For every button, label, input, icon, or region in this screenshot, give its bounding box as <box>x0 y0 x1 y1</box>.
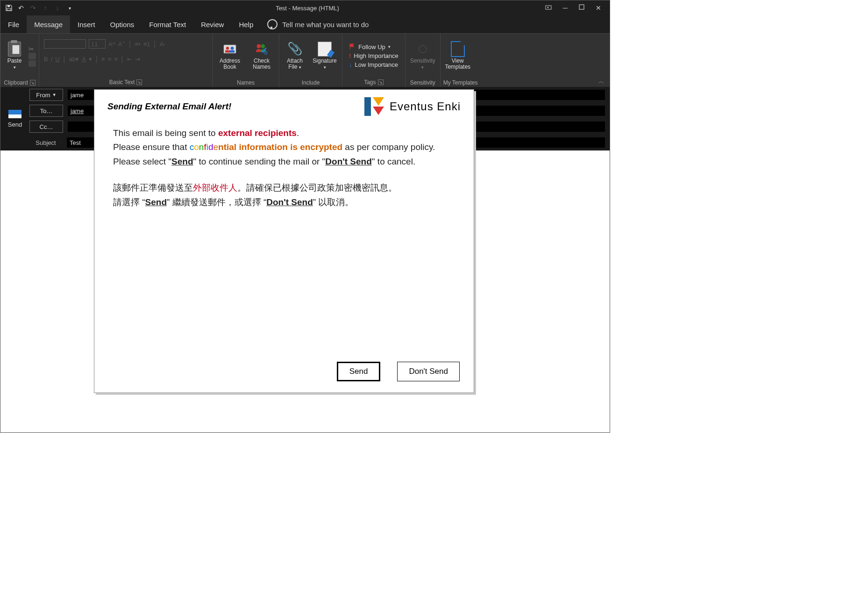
cc-button[interactable]: Cc… <box>29 121 63 133</box>
save-icon[interactable] <box>5 4 13 12</box>
signature-icon <box>318 42 332 57</box>
up-arrow-icon: ↑ <box>42 4 49 12</box>
format-painter-icon[interactable] <box>28 60 36 67</box>
svg-rect-7 <box>225 50 230 52</box>
tab-options[interactable]: Options <box>103 15 142 33</box>
cut-icon[interactable]: ✂ <box>28 45 36 52</box>
svg-rect-8 <box>230 50 235 52</box>
follow-up-button[interactable]: Follow Up ▾ <box>349 43 398 50</box>
minimize-icon[interactable]: ─ <box>563 4 568 12</box>
template-icon <box>451 41 465 57</box>
paperclip-icon: 📎 <box>288 42 302 56</box>
dialog-title: Sending External Email Alert! <box>107 101 231 112</box>
to-button[interactable]: To… <box>29 105 63 117</box>
basic-text-launcher-icon[interactable]: ↘ <box>136 79 142 85</box>
clipboard-group-label: Clipboard <box>4 79 28 86</box>
clipboard-launcher-icon[interactable]: ↘ <box>30 80 36 86</box>
address-book-icon <box>223 42 237 56</box>
lightbulb-icon <box>267 19 277 29</box>
brand-name: Eventus Enki <box>390 100 461 113</box>
dialog-dont-send-button[interactable]: Don't Send <box>397 362 460 381</box>
group-basic-text: 11 A^A˅│ ≡•≡1│A◦ BIU│ ab▾A▾│ ≡≡≡│ ⇤⇥ Bas… <box>39 34 213 87</box>
send-button[interactable]: Send <box>0 87 29 150</box>
sensitivity-group-label: Sensitivity <box>406 79 440 87</box>
svg-rect-3 <box>579 5 584 9</box>
paste-button[interactable]: Paste▾ <box>3 36 26 77</box>
sensitivity-button[interactable]: Sensitivity▾ <box>408 36 437 77</box>
from-button[interactable]: From ▼ <box>29 89 63 101</box>
names-group-label: Names <box>213 79 279 87</box>
dialog-line-3: Please select "Send" to continue sending… <box>113 155 455 169</box>
outlook-compose-window: ↶ ↷ ↑ ↓ ▾ Test - Message (HTML) ─ ✕ File… <box>0 0 610 433</box>
quick-access-toolbar: ↶ ↷ ↑ ↓ ▾ <box>0 4 78 12</box>
maximize-icon[interactable] <box>579 4 584 12</box>
redo-icon: ↷ <box>29 4 37 12</box>
font-row: 11 A^A˅│ ≡•≡1│A◦ <box>44 37 166 50</box>
tab-help[interactable]: Help <box>231 15 261 33</box>
group-tags: Follow Up ▾ ! High Importance ↓ Low Impo… <box>342 34 406 87</box>
svg-rect-0 <box>7 5 10 7</box>
undo-icon[interactable]: ↶ <box>17 4 25 12</box>
tell-me-label: Tell me what you want to do <box>282 21 369 29</box>
window-title: Test - Message (HTML) <box>78 5 537 12</box>
ribbon: Paste▾ ✂ Clipboard ↘ 11 A^A˅│ ≡•≡1│A◦ <box>0 33 610 87</box>
signature-button[interactable]: Signature▾ <box>310 36 339 77</box>
tab-format-text[interactable]: Format Text <box>142 15 193 33</box>
group-include: 📎 Attach File ▾ Signature▾ Include <box>279 34 342 87</box>
group-my-templates: View Templates My Templates <box>441 34 481 87</box>
send-label: Send <box>8 121 22 128</box>
tab-insert[interactable]: Insert <box>70 15 103 33</box>
title-bar: ↶ ↷ ↑ ↓ ▾ Test - Message (HTML) ─ ✕ <box>0 0 610 15</box>
ribbon-display-icon[interactable] <box>545 4 552 12</box>
qat-customize-icon[interactable]: ▾ <box>66 4 73 12</box>
view-templates-button[interactable]: View Templates <box>443 36 472 77</box>
dialog-line-1: This email is being sent to external rec… <box>113 126 455 140</box>
group-sensitivity: Sensitivity▾ Sensitivity <box>406 34 441 87</box>
tab-review[interactable]: Review <box>193 15 231 33</box>
copy-icon[interactable] <box>28 53 36 59</box>
paste-icon <box>8 42 21 57</box>
subject-label: Subject <box>29 139 62 146</box>
ribbon-tabs: File Message Insert Options Format Text … <box>0 15 610 33</box>
exclamation-icon: ! <box>349 52 351 59</box>
group-names: Address Book @ Check Names Names <box>213 34 279 87</box>
tab-message[interactable]: Message <box>27 15 70 33</box>
check-names-button[interactable]: @ Check Names <box>247 36 276 77</box>
tab-file[interactable]: File <box>0 15 27 33</box>
down-arrow-icon: ↓ <box>54 4 61 12</box>
dialog-body: This email is being sent to external rec… <box>94 120 474 216</box>
low-importance-button[interactable]: ↓ Low Importance <box>349 61 398 68</box>
external-email-alert-dialog: Sending External Email Alert! Eventus En… <box>94 89 474 393</box>
collapse-ribbon-icon[interactable]: ︿ <box>598 78 604 86</box>
format-row: BIU│ ab▾A▾│ ≡≡≡│ ⇤⇥ <box>44 52 140 65</box>
dialog-brand: Eventus Enki <box>364 97 461 116</box>
clipboard-mini-buttons: ✂ <box>28 45 36 67</box>
tags-launcher-icon[interactable]: ↘ <box>378 79 384 85</box>
flag-icon <box>349 43 356 50</box>
tags-group-label: Tags <box>364 79 376 86</box>
close-icon[interactable]: ✕ <box>596 4 601 12</box>
group-clipboard: Paste▾ ✂ Clipboard ↘ <box>0 34 39 87</box>
high-importance-button[interactable]: ! High Importance <box>349 52 398 59</box>
dialog-buttons: Send Don't Send <box>94 353 474 393</box>
svg-point-5 <box>226 47 229 50</box>
svg-point-9 <box>256 44 261 48</box>
brand-logo-icon <box>364 97 387 116</box>
dialog-send-button[interactable]: Send <box>337 362 381 381</box>
down-arrow-blue-icon: ↓ <box>349 61 352 68</box>
check-names-icon: @ <box>255 42 269 56</box>
window-buttons: ─ ✕ <box>537 4 610 12</box>
my-templates-group-label: My Templates <box>441 79 481 87</box>
address-book-button[interactable]: Address Book <box>215 36 244 77</box>
include-group-label: Include <box>279 79 342 87</box>
basic-text-group-label: Basic Text <box>109 79 135 86</box>
dialog-line-zh2: 請選擇 “Send” 繼續發送郵件，或選擇 “Don't Send” 以取消。 <box>113 195 455 209</box>
svg-point-6 <box>231 47 234 50</box>
attach-file-button[interactable]: 📎 Attach File ▾ <box>282 36 307 77</box>
dialog-line-zh1: 該郵件正準備發送至外部收件人。請確保已根據公司政策加密機密訊息。 <box>113 181 455 195</box>
svg-point-10 <box>261 44 265 48</box>
tell-me-search[interactable]: Tell me what you want to do <box>261 15 369 33</box>
sensitivity-icon <box>419 45 427 53</box>
send-envelope-icon <box>8 110 21 118</box>
svg-rect-1 <box>7 8 11 10</box>
